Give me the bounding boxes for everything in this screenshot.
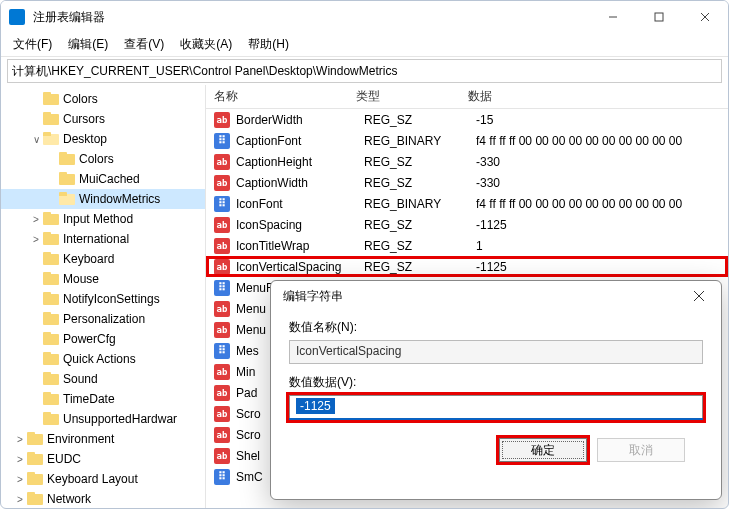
edit-string-dialog: 编辑字符串 数值名称(N): IconVerticalSpacing 数值数据(… <box>270 280 722 500</box>
tree-item[interactable]: WindowMetrics <box>1 189 205 209</box>
tree-item[interactable]: MuiCached <box>1 169 205 189</box>
dialog-title: 编辑字符串 <box>271 281 721 311</box>
tree-item[interactable]: Cursors <box>1 109 205 129</box>
tree-item-label: Cursors <box>63 112 109 126</box>
menu-file[interactable]: 文件(F) <box>5 34 60 55</box>
tree-item[interactable]: UnsupportedHardwar <box>1 409 205 429</box>
value-name: CaptionWidth <box>236 176 364 190</box>
value-data-selection: -1125 <box>296 398 335 414</box>
tree-item[interactable]: >Environment <box>1 429 205 449</box>
string-value-icon <box>214 112 230 128</box>
window-controls <box>590 1 728 33</box>
tree-item-label: NotifyIconSettings <box>63 292 164 306</box>
string-value-icon <box>214 175 230 191</box>
tree-item[interactable]: >Input Method <box>1 209 205 229</box>
tree-item[interactable]: PowerCfg <box>1 329 205 349</box>
string-value-icon <box>214 301 230 317</box>
tree-item-label: Environment <box>47 432 118 446</box>
col-header-data[interactable]: 数据 <box>468 88 728 105</box>
svg-rect-1 <box>655 13 663 21</box>
binary-value-icon <box>214 469 230 485</box>
value-row[interactable]: CaptionWidthREG_SZ-330 <box>206 172 728 193</box>
menu-edit[interactable]: 编辑(E) <box>60 34 116 55</box>
folder-icon <box>43 292 59 306</box>
value-type: REG_SZ <box>364 239 476 253</box>
window-title: 注册表编辑器 <box>33 9 590 26</box>
tree-item[interactable]: Sound <box>1 369 205 389</box>
binary-value-icon <box>214 343 230 359</box>
tree-item-label: Desktop <box>63 132 111 146</box>
value-row[interactable]: IconFontREG_BINARYf4 ff ff ff 00 00 00 0… <box>206 193 728 214</box>
tree-item[interactable]: Quick Actions <box>1 349 205 369</box>
folder-icon <box>27 432 43 446</box>
binary-value-icon <box>214 133 230 149</box>
value-row[interactable]: BorderWidthREG_SZ-15 <box>206 109 728 130</box>
tree-item[interactable]: >Network <box>1 489 205 508</box>
menu-help[interactable]: 帮助(H) <box>240 34 297 55</box>
value-type: REG_BINARY <box>364 134 476 148</box>
tree-item-label: Network <box>47 492 95 506</box>
value-type: REG_SZ <box>364 155 476 169</box>
value-name: IconSpacing <box>236 218 364 232</box>
tree-item[interactable]: TimeDate <box>1 389 205 409</box>
string-value-icon <box>214 238 230 254</box>
expand-icon[interactable]: > <box>13 454 27 465</box>
tree-item[interactable]: Personalization <box>1 309 205 329</box>
string-value-icon <box>214 154 230 170</box>
address-path: 计算机\HKEY_CURRENT_USER\Control Panel\Desk… <box>12 63 397 80</box>
list-header: 名称 类型 数据 <box>206 85 728 109</box>
minimize-button[interactable] <box>590 1 636 33</box>
menu-view[interactable]: 查看(V) <box>116 34 172 55</box>
tree-item-label: Quick Actions <box>63 352 140 366</box>
value-row[interactable]: CaptionHeightREG_SZ-330 <box>206 151 728 172</box>
value-data: -1125 <box>476 260 728 274</box>
tree-item[interactable]: >EUDC <box>1 449 205 469</box>
value-data: f4 ff ff ff 00 00 00 00 00 00 00 00 00 0… <box>476 134 728 148</box>
expand-icon[interactable]: ∨ <box>29 134 43 145</box>
expand-icon[interactable]: > <box>13 474 27 485</box>
maximize-button[interactable] <box>636 1 682 33</box>
value-data-input[interactable]: -1125 <box>289 395 703 419</box>
expand-icon[interactable]: > <box>29 234 43 245</box>
expand-icon[interactable]: > <box>29 214 43 225</box>
value-row[interactable]: IconSpacingREG_SZ-1125 <box>206 214 728 235</box>
tree-item[interactable]: Colors <box>1 149 205 169</box>
value-row[interactable]: CaptionFontREG_BINARYf4 ff ff ff 00 00 0… <box>206 130 728 151</box>
tree-item[interactable]: Mouse <box>1 269 205 289</box>
tree-pane[interactable]: ColorsCursors∨DesktopColorsMuiCachedWind… <box>1 85 206 508</box>
ok-button[interactable]: 确定 <box>499 438 587 462</box>
tree-item[interactable]: Keyboard <box>1 249 205 269</box>
tree-item[interactable]: NotifyIconSettings <box>1 289 205 309</box>
tree-item[interactable]: Colors <box>1 89 205 109</box>
string-value-icon <box>214 364 230 380</box>
folder-icon <box>27 452 43 466</box>
expand-icon[interactable]: > <box>13 434 27 445</box>
value-row[interactable]: IconTitleWrapREG_SZ1 <box>206 235 728 256</box>
value-type: REG_SZ <box>364 260 476 274</box>
tree-item[interactable]: ∨Desktop <box>1 129 205 149</box>
tree-item-label: Mouse <box>63 272 103 286</box>
value-name: CaptionFont <box>236 134 364 148</box>
folder-icon <box>43 272 59 286</box>
string-value-icon <box>214 322 230 338</box>
col-header-type[interactable]: 类型 <box>356 88 468 105</box>
value-row[interactable]: IconVerticalSpacingREG_SZ-1125 <box>206 256 728 277</box>
menu-favorites[interactable]: 收藏夹(A) <box>172 34 240 55</box>
value-name: IconFont <box>236 197 364 211</box>
expand-icon[interactable]: > <box>13 494 27 505</box>
folder-icon <box>59 172 75 186</box>
cancel-button[interactable]: 取消 <box>597 438 685 462</box>
close-button[interactable] <box>682 1 728 33</box>
value-data: -330 <box>476 155 728 169</box>
address-bar[interactable]: 计算机\HKEY_CURRENT_USER\Control Panel\Desk… <box>7 59 722 83</box>
dialog-close-button[interactable] <box>677 281 721 311</box>
tree-item[interactable]: >International <box>1 229 205 249</box>
tree-item[interactable]: >Keyboard Layout <box>1 469 205 489</box>
tree-item-label: MuiCached <box>79 172 144 186</box>
value-name: CaptionHeight <box>236 155 364 169</box>
value-data: -15 <box>476 113 728 127</box>
app-icon <box>9 9 25 25</box>
col-header-name[interactable]: 名称 <box>206 88 356 105</box>
string-value-icon <box>214 448 230 464</box>
folder-icon <box>27 492 43 506</box>
